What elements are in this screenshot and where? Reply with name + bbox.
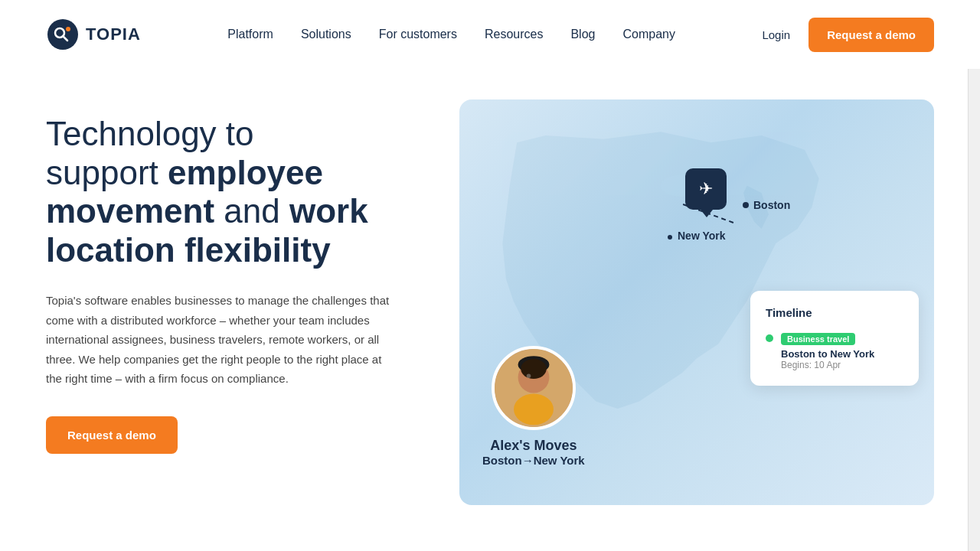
hero-title: Technology to support employeemovement a… (46, 115, 429, 269)
svg-point-7 (514, 393, 554, 425)
logo-icon (46, 18, 80, 51)
hero-map-area: ✈ Boston New York (459, 99, 934, 505)
svg-point-0 (47, 19, 78, 50)
nav-item-blog[interactable]: Blog (570, 28, 595, 41)
logo-text: TOPIA (86, 24, 141, 44)
newyork-label: New York (678, 230, 726, 242)
boston-dot (743, 202, 749, 208)
profile-card: Alex's Moves Boston→New York (482, 346, 585, 467)
svg-point-3 (66, 27, 70, 31)
avatar-image (495, 346, 573, 430)
profile-route-arrow: → (522, 454, 534, 467)
boston-label: Boston (753, 199, 790, 211)
plane-icon: ✈ (699, 179, 713, 199)
request-demo-nav-button[interactable]: Request a demo (808, 18, 934, 52)
profile-avatar (492, 346, 576, 430)
hero-left: Technology to support employeemovement a… (46, 99, 429, 454)
timeline-item-1: Business travel Boston to New York Begin… (766, 331, 903, 370)
nav-item-platform[interactable]: Platform (227, 28, 273, 41)
scrollbar[interactable] (968, 0, 980, 528)
hero-title-line1: Technology to support employeemovement a… (46, 115, 368, 269)
timeline-badge: Business travel (781, 333, 855, 345)
city-newyork: New York (678, 230, 726, 242)
request-demo-hero-button[interactable]: Request a demo (46, 416, 178, 454)
nav-links: Platform Solutions For customers Resourc… (227, 28, 675, 41)
nav-item-for-customers[interactable]: For customers (379, 28, 457, 41)
nav-right: Login Request a demo (762, 18, 934, 52)
svg-point-11 (527, 373, 531, 378)
newyork-dot (668, 235, 672, 240)
login-link[interactable]: Login (762, 28, 790, 41)
navigation: TOPIA Platform Solutions For customers R… (0, 0, 980, 69)
hero-section: Technology to support employeemovement a… (0, 69, 980, 528)
timeline-card: Timeline Business travel Boston to New Y… (750, 291, 919, 386)
svg-point-10 (521, 359, 546, 379)
timeline-content: Business travel Boston to New York Begin… (781, 331, 874, 370)
profile-info: Alex's Moves Boston→New York (482, 438, 585, 467)
nav-item-company[interactable]: Company (622, 28, 675, 41)
timeline-begins: Begins: 10 Apr (781, 360, 874, 370)
timeline-route: Boston to New York (781, 348, 874, 360)
profile-route-from: Boston (482, 454, 522, 467)
profile-route-to: New York (534, 454, 585, 467)
timeline-dot-active (766, 334, 773, 342)
profile-route: Boston→New York (482, 454, 585, 467)
plane-icon-box: ✈ (685, 168, 727, 210)
nav-item-solutions[interactable]: Solutions (301, 28, 351, 41)
logo[interactable]: TOPIA (46, 18, 141, 51)
timeline-title: Timeline (766, 306, 903, 319)
hero-title-bold1: employeemovement (46, 154, 323, 230)
city-boston: Boston (743, 199, 790, 211)
nav-item-resources[interactable]: Resources (485, 28, 543, 41)
profile-name: Alex's Moves (482, 438, 585, 454)
hero-description: Topia's software enables businesses to m… (46, 291, 398, 389)
